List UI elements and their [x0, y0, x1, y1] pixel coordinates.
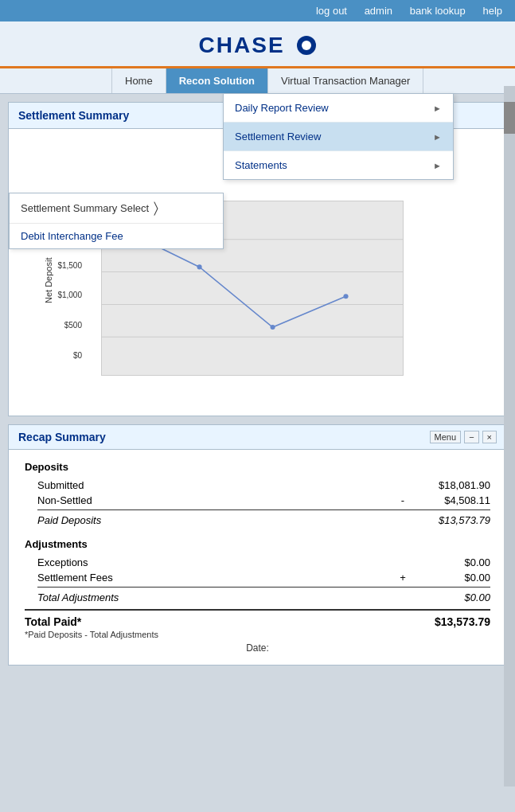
- non-settled-amount: $4,508.11: [427, 494, 490, 506]
- logout-link[interactable]: log out: [316, 5, 347, 17]
- y-label: $1,500: [49, 261, 82, 270]
- logo-area: CHASE: [0, 21, 515, 68]
- total-paid-label: Total Paid*: [25, 615, 81, 628]
- settlement-body: Settlement Summary Select 〉 Debit Interc…: [9, 193, 506, 416]
- recon-dropdown-menu: Daily Report Review ► Settlement Review …: [223, 93, 454, 180]
- recap-controls: Menu − ×: [430, 431, 497, 443]
- adjustments-divider: [37, 587, 490, 588]
- date-row: Date:: [25, 642, 490, 654]
- bank-lookup-link[interactable]: bank lookup: [410, 5, 466, 17]
- nav-recon-solution[interactable]: Recon Solution: [166, 68, 268, 93]
- scrollbar[interactable]: [504, 86, 515, 787]
- dropdown-settlement-review[interactable]: Settlement Review ►: [224, 123, 453, 151]
- dropdown-item-label: Statements: [235, 159, 287, 171]
- total-adjustments-amount: $0.00: [464, 591, 490, 603]
- chase-logo-icon: [297, 36, 316, 55]
- paid-deposits-amount: $13,573.79: [439, 514, 490, 526]
- recap-summary-header: Recap Summary Menu − ×: [9, 425, 506, 450]
- total-paid-footnote: *Paid Deposits - Total Adjustments: [25, 630, 490, 639]
- settlement-fees-amount: $0.00: [427, 572, 490, 584]
- chase-logo: CHASE: [199, 33, 317, 57]
- dropdown-statements[interactable]: Statements ►: [224, 151, 453, 179]
- exceptions-row: Exceptions $0.00: [25, 555, 490, 570]
- total-adjustments-label: Total Adjustments: [25, 591, 119, 603]
- total-adjustments-row: Total Adjustments $0.00: [25, 589, 490, 606]
- recap-summary-panel: Recap Summary Menu − × Deposits Submitte…: [8, 424, 507, 666]
- non-settled-operator: -: [395, 494, 411, 506]
- nav-home[interactable]: Home: [111, 68, 166, 93]
- recap-minimize-button[interactable]: −: [464, 431, 478, 443]
- chevron-right-icon: ►: [433, 132, 442, 142]
- dropdown-item-label: Settlement Review: [235, 131, 321, 142]
- non-settled-row: Non-Settled - $4,508.11: [25, 493, 490, 508]
- svg-point-6: [270, 325, 275, 330]
- help-link[interactable]: help: [482, 5, 502, 17]
- menu-item-label: Debit Interchange Fee: [21, 230, 123, 242]
- dropdown-item-label: Daily Report Review: [235, 102, 329, 114]
- recap-close-button[interactable]: ×: [482, 431, 497, 443]
- settlement-fees-operator: +: [395, 572, 411, 584]
- y-axis-title: Net Deposit: [44, 257, 53, 303]
- exceptions-label: Exceptions: [25, 556, 88, 568]
- settlement-summary-title: Settlement Summary: [18, 109, 129, 122]
- recap-menu-button[interactable]: Menu: [430, 431, 462, 443]
- submitted-amount: $18,081.90: [427, 479, 490, 491]
- y-label: $0: [49, 351, 82, 360]
- adjustments-section-title: Adjustments: [25, 538, 490, 550]
- chevron-right-icon: ►: [433, 103, 442, 113]
- date-label: Date:: [246, 642, 269, 654]
- non-settled-label: Non-Settled: [25, 494, 92, 506]
- total-paid-amount: $13,573.79: [435, 615, 490, 628]
- main-navigation: Home Recon Solution Virtual Transaction …: [0, 68, 515, 94]
- scrollbar-thumb[interactable]: [504, 102, 515, 134]
- y-label: $1,000: [49, 291, 82, 299]
- admin-link[interactable]: admin: [365, 5, 392, 17]
- logo-text: CHASE: [199, 33, 285, 57]
- top-navigation-bar: log out admin bank lookup help: [0, 0, 515, 21]
- cursor-icon: 〉: [154, 200, 158, 217]
- settlement-menu-item-debit-interchange[interactable]: Debit Interchange Fee: [10, 224, 223, 248]
- dropdown-daily-report-review[interactable]: Daily Report Review ►: [224, 94, 453, 123]
- total-paid-row: Total Paid* $13,573.79: [25, 609, 490, 630]
- recap-body: Deposits Submitted $18,081.90 Non-Settle…: [9, 450, 506, 665]
- content-area: Settlement Summary Settlement Summary Se…: [0, 94, 515, 673]
- y-label: $500: [49, 321, 82, 330]
- settlement-fees-label: Settlement Fees: [25, 572, 113, 584]
- deposits-section-title: Deposits: [25, 461, 490, 473]
- recap-title: Recap Summary: [18, 431, 106, 443]
- submitted-row: Submitted $18,081.90: [25, 478, 490, 493]
- menu-item-label: Settlement Summary Select: [21, 202, 149, 214]
- svg-point-7: [343, 294, 348, 299]
- submitted-label: Submitted: [25, 479, 84, 491]
- settlement-fees-row: Settlement Fees + $0.00: [25, 570, 490, 585]
- paid-deposits-row: Paid Deposits $13,573.79: [25, 512, 490, 529]
- exceptions-amount: $0.00: [427, 556, 490, 568]
- settlement-menu-item-summary-select[interactable]: Settlement Summary Select 〉: [10, 193, 223, 224]
- deposits-divider: [37, 509, 490, 510]
- settlement-context-menu: Settlement Summary Select 〉 Debit Interc…: [9, 193, 224, 249]
- paid-deposits-label: Paid Deposits: [25, 514, 101, 526]
- nav-virtual-transaction-manager[interactable]: Virtual Transaction Manager: [268, 68, 423, 93]
- chevron-right-icon: ►: [433, 161, 442, 170]
- svg-point-5: [197, 264, 202, 269]
